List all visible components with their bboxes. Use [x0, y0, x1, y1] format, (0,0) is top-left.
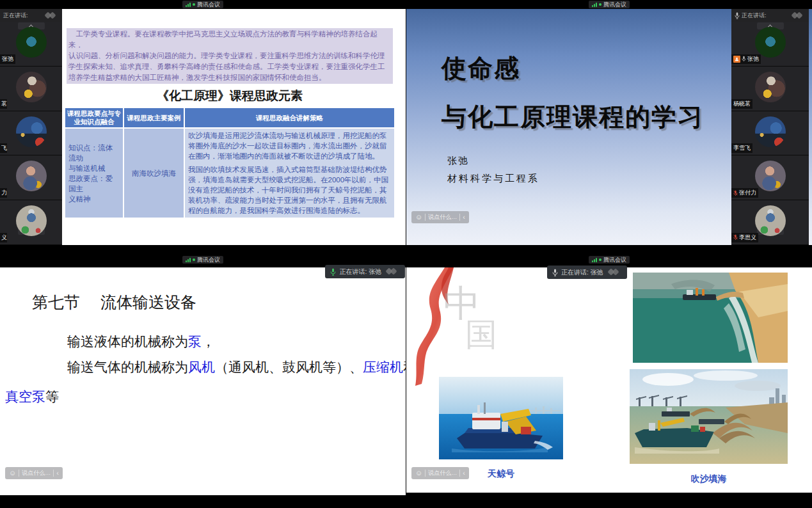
participant-name: 茗: [1, 100, 7, 108]
participant-tile[interactable]: 张付力: [731, 155, 809, 200]
speaking-label: 正在讲话:: [3, 12, 28, 20]
photo-caption-dredging: 吹沙填海: [630, 473, 788, 485]
participants-sidebar: 正在讲话: 张弛 茗 飞 力 义: [0, 9, 62, 245]
slide-paragraph: 工学类专业课程。要在课程教学中把马克思主义立场观点方法的教育与科学精神的培养结合…: [67, 28, 393, 84]
meeting-screenshot-bottom-left: 腾讯会议 第七节 流体输送设备 输送液体的机械称为泵， 输送气体的机械称为风机（…: [0, 252, 406, 508]
strategy-paragraph-1: 吹沙填海是运用泥沙流体流动与输送机械原理，用挖泥船的泵将圈外海底的沙水一起吹进目…: [188, 131, 391, 161]
term-compressor: 压缩机: [363, 360, 403, 374]
cell-strategy: 吹沙填海是运用泥沙流体流动与输送机械原理，用挖泥船的泵将圈外海底的沙水一起吹进目…: [184, 128, 395, 218]
signal-icon: [592, 3, 597, 7]
collapse-chevron-icon[interactable]: ‹: [463, 470, 465, 477]
signal-icon: [186, 3, 191, 7]
meeting-logo-icon: [790, 12, 806, 19]
status-bar: 腾讯会议: [406, 255, 812, 265]
mic-muted-icon: [733, 234, 738, 241]
participant-tile[interactable]: 飞: [0, 111, 62, 156]
avatar: [16, 116, 47, 147]
slide-title: 《化工原理》课程思政元素: [67, 88, 393, 104]
participant-name: 张弛: [747, 55, 759, 63]
presenter-name: 张弛: [447, 155, 469, 167]
emoji-icon[interactable]: ☺: [9, 470, 16, 477]
ideology-table: 课程思政要点与专业知识点融合 课程思政主要案例 课程思政融合讲解策略 知识点：流…: [64, 107, 395, 219]
slide-title-line2: 与化工原理课程的学习: [442, 100, 704, 134]
participants-sidebar: 正在讲话: 张弛 杨晓茗 李雪飞: [731, 9, 809, 245]
participant-tile[interactable]: 茗: [0, 67, 62, 111]
participant-tile[interactable]: 张弛: [0, 22, 62, 67]
status-bar: 腾讯会议: [0, 0, 406, 9]
mic-icon: [735, 12, 740, 19]
signal-icon: [592, 258, 597, 262]
green-dot-icon: [193, 3, 195, 6]
avatar: [755, 205, 786, 236]
speaking-now-label: 正在讲话: 张弛: [561, 268, 603, 277]
app-badge-label: 腾讯会议: [603, 1, 626, 8]
emoji-icon[interactable]: ☺: [415, 470, 422, 477]
participant-tile[interactable]: 李思义: [731, 200, 809, 245]
meeting-logo-icon: [44, 12, 59, 19]
meeting-screenshot-top-left: 腾讯会议 正在讲话: 张弛 茗 飞 力: [0, 0, 406, 252]
collapse-chevron-icon[interactable]: ‹: [56, 470, 59, 477]
participant-name: 义: [1, 234, 7, 242]
avatar: [755, 27, 786, 58]
shared-slide-ideology-table: 工学类专业课程。要在课程教学中把马克思主义立场观点方法的教育与科学精神的培养结合…: [62, 9, 406, 245]
presenter-badge-icon: [733, 56, 740, 63]
app-badge: 腾讯会议: [589, 256, 630, 264]
app-badge-label: 腾讯会议: [197, 1, 220, 8]
mic-icon: [330, 268, 336, 276]
speaking-now-pill: 正在讲话: 张弛: [325, 265, 405, 278]
chat-quick-bar[interactable]: ☺ 说点什么… ‹: [411, 467, 469, 479]
avatar: [16, 205, 47, 236]
slide-title-line1: 使命感: [442, 51, 520, 86]
participant-tile[interactable]: 李雪飞: [731, 111, 809, 156]
mic-icon: [742, 56, 746, 62]
participant-tile[interactable]: 力: [0, 155, 62, 200]
body-line-3: 真空泵等: [5, 388, 59, 406]
participant-name: 张付力: [739, 189, 756, 197]
tianjinghao-ship-photo: [439, 377, 563, 459]
green-dot-icon: [193, 258, 195, 261]
cell-case: 南海吹沙填海: [123, 128, 184, 218]
speaking-header: 正在讲话:: [0, 9, 62, 22]
avatar: [16, 27, 47, 58]
presenter-department: 材料科学与工程系: [447, 173, 539, 185]
table-header-strategy: 课程思政融合讲解策略: [184, 107, 395, 128]
participant-name: 李雪飞: [733, 144, 751, 152]
app-badge: 腾讯会议: [182, 1, 223, 8]
participant-tile[interactable]: 杨晓茗: [731, 67, 809, 111]
chat-quick-bar[interactable]: ☺ 说点什么… ‹: [411, 211, 469, 223]
body-line-1: 输送液体的机械称为泵，: [67, 333, 215, 351]
participant-name: 张弛: [2, 55, 13, 63]
participant-tile[interactable]: 张弛: [731, 22, 809, 67]
status-bar: 腾讯会议: [0, 255, 406, 265]
participant-name: 李思义: [739, 234, 756, 242]
chat-quick-bar[interactable]: ☺ 说点什么… ‹: [5, 467, 63, 479]
green-dot-icon: [599, 258, 601, 261]
participant-name: 杨晓茗: [733, 100, 751, 108]
app-badge-label: 腾讯会议: [603, 257, 626, 263]
meeting-logo-icon: [385, 268, 400, 275]
table-header-case: 课程思政主要案例: [123, 107, 184, 128]
participant-tile[interactable]: 义: [0, 200, 62, 245]
emoji-icon[interactable]: ☺: [415, 214, 422, 221]
avatar: [16, 161, 47, 191]
app-badge: 腾讯会议: [589, 1, 630, 8]
body-line-2: 输送气体的机械称为风机（通风机、鼓风机等）、压缩机和: [67, 358, 406, 376]
cell-knowledge: 知识点：流体流动 与输送机械 思政要点：爱国主 义精神: [65, 128, 123, 218]
dredging-aerial-photo: [633, 273, 788, 363]
chat-placeholder[interactable]: 说点什么…: [428, 469, 457, 477]
signal-icon: [186, 258, 191, 262]
meeting-logo-icon: [607, 269, 622, 276]
chat-placeholder[interactable]: 说点什么…: [428, 213, 457, 221]
term-vacuum-pump: 真空泵: [5, 389, 45, 404]
participant-name: 飞: [1, 144, 7, 152]
term-pump: 泵: [188, 334, 202, 349]
speaking-label: 正在讲话:: [742, 12, 767, 20]
app-badge: 腾讯会议: [182, 256, 223, 264]
sand-filling-photo: [630, 369, 788, 464]
participant-name: 力: [1, 189, 7, 197]
speaking-header: 正在讲话:: [731, 9, 809, 22]
strategy-paragraph-2: 我国的吹填技术发展迅速，插入式箱筒型基础防波堤结构优势强，填海造岛就需要大型绞吸…: [188, 164, 391, 216]
watermark-char: 国: [465, 314, 497, 356]
collapse-chevron-icon[interactable]: ‹: [463, 214, 465, 221]
chat-placeholder[interactable]: 说点什么…: [22, 469, 51, 477]
